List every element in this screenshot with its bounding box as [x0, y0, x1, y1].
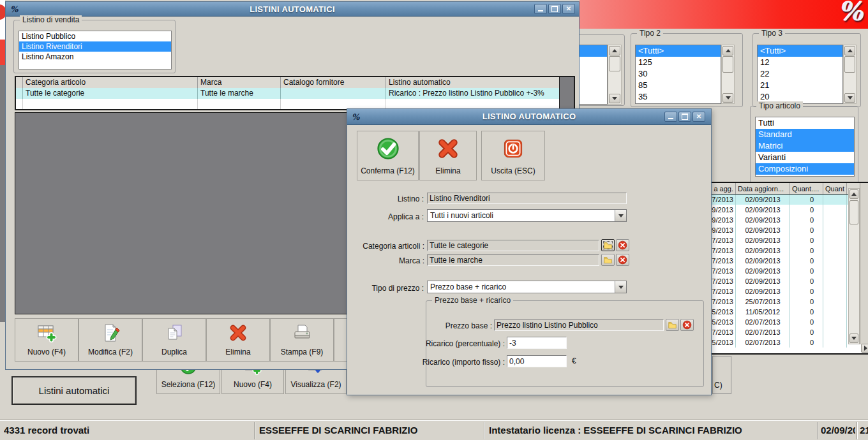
- tipo1-list[interactable]: [576, 45, 608, 105]
- dropdown-button[interactable]: [615, 281, 626, 293]
- minimize-button[interactable]: [534, 4, 547, 14]
- window-titlebar[interactable]: LISTINI AUTOMATICI % ✕: [6, 2, 579, 17]
- scroll-up-button[interactable]: [849, 189, 858, 199]
- list-item[interactable]: 125: [636, 57, 721, 68]
- prezzo-base-browse-button[interactable]: [666, 319, 679, 331]
- rules-table-row-empty[interactable]: [16, 99, 574, 109]
- list-item[interactable]: 35: [636, 91, 721, 103]
- tipo-prezzo-select[interactable]: Prezzo base + ricarico: [427, 281, 627, 293]
- dialog-titlebar[interactable]: LISTINO AUTOMATICO % ✕: [347, 109, 711, 125]
- table-row[interactable]: 7/2013 25/07/2013 0: [705, 297, 868, 307]
- column-header-quant2[interactable]: Quant: [823, 183, 847, 194]
- scroll-up-button[interactable]: [609, 46, 620, 55]
- table-row[interactable]: 7/2013 02/09/2013 0: [705, 235, 868, 246]
- applica-a-select[interactable]: Tutti i nuovi articoli: [427, 209, 627, 222]
- maximize-button[interactable]: [548, 4, 561, 14]
- tipo3-scrollbar[interactable]: [843, 45, 857, 104]
- listini-automatici-nav-button[interactable]: Listini automatici: [11, 376, 137, 405]
- dropdown-button[interactable]: [615, 210, 626, 221]
- tipo2-scrollbar[interactable]: [721, 45, 735, 104]
- column-header-quant1[interactable]: Quant....: [790, 183, 823, 194]
- minimize-button[interactable]: [664, 112, 677, 122]
- marca-browse-button[interactable]: [601, 254, 615, 266]
- row-selector[interactable]: [16, 88, 23, 99]
- list-item[interactable]: Composizioni: [756, 163, 854, 175]
- table-row[interactable]: 7/2013 02/07/2013 0: [705, 327, 868, 337]
- table-row[interactable]: 7/2013 02/09/2013 0: [705, 256, 868, 266]
- table-row[interactable]: 7/2013 02/09/2013 0: [705, 194, 868, 205]
- table-row[interactable]: 7/2013 02/09/2013 0: [705, 276, 868, 286]
- prezzo-base-field[interactable]: [494, 319, 664, 331]
- ricarico-perc-field[interactable]: [507, 337, 567, 349]
- categoria-field[interactable]: [427, 240, 599, 251]
- table-row[interactable]: 7/2013 02/09/2013 0: [705, 266, 868, 276]
- list-item[interactable]: Tutti: [756, 117, 854, 129]
- scroll-thumb[interactable]: [844, 56, 855, 73]
- scroll-thumb[interactable]: [609, 56, 620, 71]
- listino-field[interactable]: [427, 193, 627, 204]
- column-header-catalogo[interactable]: Catalogo fornitore: [281, 77, 386, 88]
- scroll-thumb[interactable]: [722, 56, 733, 73]
- elimina-dialog-button[interactable]: Elimina: [419, 131, 477, 180]
- rules-table-row-selected[interactable]: Tutte le categorie Tutte le marche Ricar…: [16, 88, 574, 99]
- conferma-button[interactable]: Conferma (F12): [357, 131, 419, 180]
- marca-field[interactable]: [427, 254, 599, 266]
- table-row[interactable]: 7/2013 02/09/2013 0: [705, 286, 868, 297]
- table-row[interactable]: 5/2013 02/07/2013 0: [705, 337, 868, 348]
- column-header-data-aggiorn[interactable]: Data aggiorn...: [736, 183, 790, 194]
- uscita-button[interactable]: Uscita (ESC): [481, 131, 545, 180]
- listino-vendita-list[interactable]: Listino PubblicoListino RivenditoriListi…: [19, 31, 172, 70]
- scroll-up-button[interactable]: [844, 46, 855, 55]
- categoria-browse-button[interactable]: [601, 239, 615, 251]
- table-row[interactable]: 9/2013 02/09/2013 0: [705, 215, 868, 225]
- list-item[interactable]: 21: [758, 80, 842, 91]
- tipo1-scrollbar[interactable]: [608, 45, 622, 105]
- stampa-button[interactable]: Stampa (F9): [270, 318, 334, 362]
- maximize-button[interactable]: [678, 112, 691, 122]
- scroll-up-button[interactable]: [722, 46, 733, 55]
- table-row[interactable]: 9/2013 02/09/2013 0: [705, 205, 868, 215]
- scroll-down-button[interactable]: [844, 93, 855, 103]
- list-item[interactable]: Listino Amazon: [19, 52, 171, 62]
- list-item[interactable]: [576, 45, 607, 57]
- list-item[interactable]: 22: [758, 68, 842, 80]
- scroll-thumb[interactable]: [849, 200, 858, 224]
- table-row[interactable]: 9/2013 02/09/2013 0: [705, 225, 868, 235]
- list-item[interactable]: Varianti: [756, 152, 854, 163]
- list-item[interactable]: <Tutti>: [758, 45, 842, 57]
- list-item[interactable]: <Tutti>: [636, 45, 721, 57]
- nuovo-button[interactable]: Nuovo (F4): [15, 318, 79, 362]
- list-item[interactable]: 30: [636, 68, 721, 80]
- modifica-button[interactable]: Modifica (F2): [79, 318, 142, 362]
- duplica-button[interactable]: Duplica: [142, 318, 206, 362]
- table-row[interactable]: 5/2013 02/07/2013 0: [705, 317, 868, 327]
- list-item[interactable]: Listino Pubblico: [19, 31, 171, 41]
- list-item[interactable]: 12: [758, 57, 842, 68]
- tipo3-list[interactable]: <Tutti>12222120: [757, 45, 843, 104]
- close-button[interactable]: ✕: [562, 4, 575, 14]
- column-header-categoria[interactable]: Categoria articolo: [23, 77, 198, 88]
- list-item[interactable]: Listino Rivenditori: [19, 41, 171, 52]
- uscita-esc-button-fragment[interactable]: C): [712, 356, 731, 394]
- scroll-down-button[interactable]: [849, 334, 858, 343]
- results-vscrollbar[interactable]: [848, 188, 860, 344]
- elimina-button[interactable]: Elimina: [206, 318, 270, 362]
- categoria-clear-button[interactable]: [616, 239, 629, 251]
- scroll-down-button[interactable]: [722, 93, 733, 103]
- results-hscroll-right-button[interactable]: [861, 344, 868, 353]
- column-header-listino-automatico[interactable]: Listino automatico: [386, 77, 560, 88]
- list-item[interactable]: Standard: [756, 129, 854, 140]
- list-item[interactable]: Matrici: [756, 140, 854, 152]
- prezzo-base-clear-button[interactable]: [680, 319, 694, 331]
- table-row[interactable]: 5/2013 11/05/2012 0: [705, 307, 868, 317]
- column-header-marca[interactable]: Marca: [198, 77, 281, 88]
- list-item[interactable]: 85: [636, 80, 721, 91]
- tipo2-list[interactable]: <Tutti>125308535: [635, 45, 721, 104]
- close-button[interactable]: ✕: [692, 112, 705, 122]
- scroll-down-button[interactable]: [609, 94, 620, 103]
- marca-clear-button[interactable]: [616, 254, 629, 266]
- status-date: 02/09/201: [821, 421, 855, 440]
- tipo-articolo-list[interactable]: TuttiStandardMatriciVariantiComposizioni: [755, 117, 855, 177]
- ricarico-fisso-field[interactable]: [507, 355, 567, 367]
- table-row[interactable]: 7/2013 02/09/2013 0: [705, 246, 868, 256]
